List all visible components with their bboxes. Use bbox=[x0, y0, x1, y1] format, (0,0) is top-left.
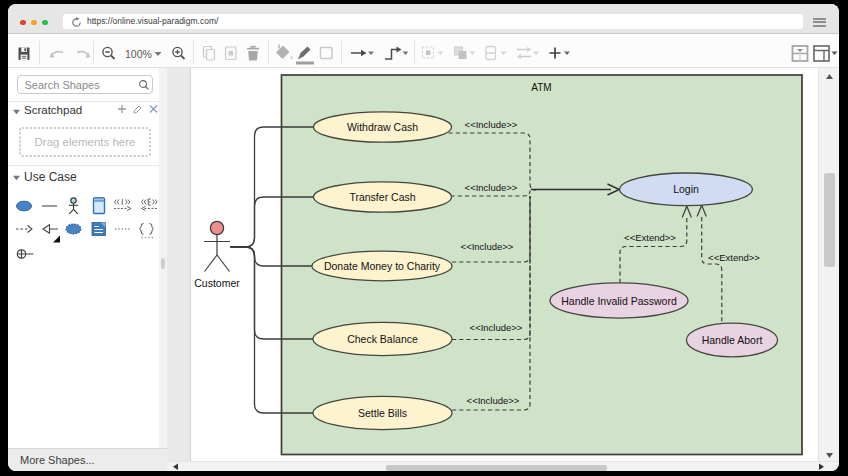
svg-text:<<Include>>: <<Include>> bbox=[465, 119, 518, 130]
svg-text:Settle Bills: Settle Bills bbox=[358, 407, 407, 419]
svg-text:ATM: ATM bbox=[531, 82, 551, 93]
svg-text:Check Balance: Check Balance bbox=[347, 333, 418, 345]
svg-text:<<Include>>: <<Include>> bbox=[461, 241, 514, 252]
svg-text:Handle Abort: Handle Abort bbox=[702, 334, 763, 346]
svg-text:<<Include>>: <<Include>> bbox=[470, 322, 523, 333]
svg-text:Transfer Cash: Transfer Cash bbox=[349, 191, 415, 203]
svg-text:<<Include>>: <<Include>> bbox=[467, 395, 520, 406]
svg-text:100%: 100% bbox=[125, 48, 152, 60]
svg-text:Donate Money to Charity: Donate Money to Charity bbox=[324, 260, 441, 272]
svg-text:<<Extend>>: <<Extend>> bbox=[624, 232, 676, 243]
svg-text:<<Include>>: <<Include>> bbox=[465, 182, 518, 193]
svg-text:Handle Invalid Password: Handle Invalid Password bbox=[561, 295, 677, 307]
svg-text:<<Extend>>: <<Extend>> bbox=[708, 252, 760, 263]
svg-text:Customer: Customer bbox=[194, 277, 240, 289]
svg-text:Withdraw Cash: Withdraw Cash bbox=[347, 121, 418, 133]
svg-text:Login: Login bbox=[673, 183, 699, 195]
